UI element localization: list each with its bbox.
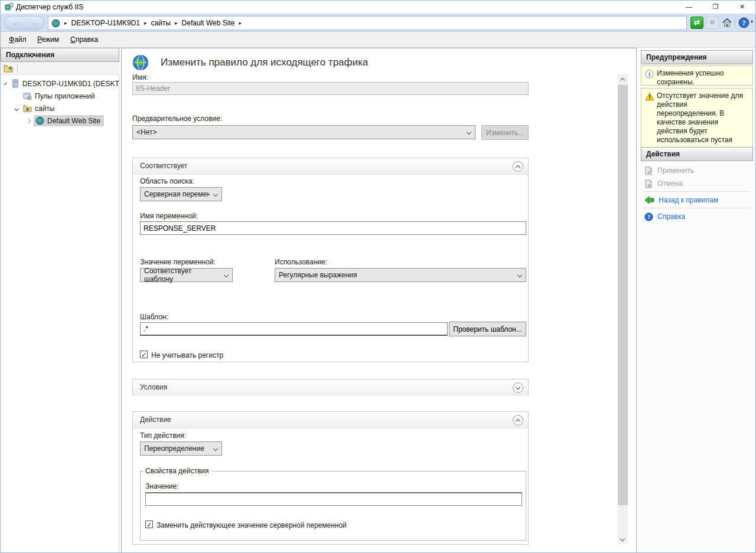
chevron-right-icon[interactable] [26, 118, 31, 123]
app-icon [4, 2, 14, 12]
precondition-value: <Нет> [136, 128, 157, 136]
usage-select[interactable]: Регулярные выражения [275, 268, 526, 282]
menu-help[interactable]: Справка [67, 32, 102, 48]
alert-text: Отсутствует значение для действия переоп… [657, 91, 743, 153]
menu-file[interactable]: Файл [5, 32, 30, 48]
scrollbar[interactable] [618, 74, 628, 544]
site-globe-icon [35, 116, 44, 125]
server-icon [11, 79, 19, 88]
replace-value-label: Заменить действующее значение серверной … [157, 521, 347, 529]
menu-view[interactable]: Режим [34, 32, 63, 48]
collapse-section-button[interactable] [513, 161, 523, 172]
pattern-input[interactable] [140, 322, 448, 336]
forward-icon[interactable]: → [30, 18, 38, 27]
close-button[interactable]: ✕ [729, 1, 755, 14]
precondition-label: Предварительное условие: [132, 114, 222, 123]
minimize-button[interactable]: — [676, 1, 702, 14]
action-back-to-rules[interactable]: Назад к правилам [641, 194, 753, 206]
scroll-up-icon[interactable] [618, 74, 628, 84]
precondition-select[interactable]: <Нет> [132, 125, 475, 139]
connect-folder-icon[interactable] [4, 64, 13, 73]
variable-name-input[interactable] [140, 221, 526, 235]
action-properties-group: Свойства действия Значение: ✓ Заменить д… [140, 467, 526, 541]
variable-value-label: Значение переменной: [140, 258, 216, 266]
action-apply: Применить [641, 165, 753, 176]
menu-bar: Файл Режим Справка [1, 32, 756, 48]
tree-node-label[interactable]: Пулы приложений [35, 92, 95, 100]
action-type-value: Переопределение [144, 444, 204, 453]
divider [643, 191, 750, 192]
action-label: Применить [657, 166, 694, 175]
breadcrumb-server[interactable]: DESKTOP-U1MK9D1 [71, 19, 140, 27]
restore-button[interactable]: ❐ [702, 1, 729, 14]
scope-select[interactable]: Серверная переменн [140, 187, 222, 201]
connections-header: Подключения [1, 48, 119, 62]
test-pattern-button[interactable]: Проверить шаблон... [449, 322, 526, 336]
divider [643, 208, 750, 208]
actions-header: Действия [641, 147, 753, 161]
breadcrumb-separator-icon: ▸ [64, 20, 67, 26]
action-section-header[interactable]: Действие [133, 412, 528, 428]
feature-page: Изменить правило для исходящего трафика … [121, 48, 637, 553]
help-caret-icon[interactable]: ▾ [751, 19, 753, 24]
action-type-label: Тип действия: [140, 431, 186, 440]
tree-node-default-web-site[interactable]: Default Web Site [1, 114, 119, 127]
action-type-select[interactable]: Переопределение [140, 441, 222, 456]
page-globe-icon [132, 54, 149, 71]
chevron-down-icon [517, 273, 522, 277]
help-icon: ? [644, 212, 653, 221]
scrollbar-thumb[interactable] [618, 85, 628, 505]
alert-warning: Отсутствует значение для действия переоп… [641, 88, 753, 151]
title-bar: Диспетчер служб IIS — ❐ ✕ [1, 1, 756, 14]
name-label: Имя: [132, 73, 148, 81]
ignore-case-checkbox[interactable]: ✓ [140, 351, 148, 358]
home-icon[interactable] [721, 17, 734, 29]
apply-icon [644, 166, 653, 175]
chevron-down-icon [516, 385, 520, 390]
iis-manager-window: Диспетчер служб IIS — ❐ ✕ ← → ▸ DESKTOP-… [0, 0, 756, 553]
selected-tree-item[interactable]: Default Web Site [34, 115, 104, 126]
toolbar-separator [735, 17, 735, 28]
cancel-icon [644, 179, 653, 188]
tree-node-label[interactable]: DESKTOP-U1MK9D1 (DESKTOP [22, 80, 119, 88]
usage-value: Регулярные выражения [279, 271, 357, 279]
replace-value-checkbox[interactable]: ✓ [145, 521, 153, 528]
back-icon[interactable]: ← [12, 18, 20, 27]
name-input [132, 82, 529, 95]
help-icon[interactable]: ? [738, 17, 751, 29]
collapse-section-button[interactable] [513, 415, 523, 426]
chevron-down-icon[interactable] [4, 82, 7, 85]
tree-node-app-pools[interactable]: Пулы приложений [1, 90, 119, 102]
chevron-down-icon[interactable] [14, 106, 19, 110]
tree-node-label[interactable]: Default Web Site [47, 117, 100, 125]
info-icon: i [645, 70, 654, 78]
breadcrumb-sites[interactable]: сайты [151, 19, 171, 27]
svg-text:i: i [649, 71, 650, 77]
variable-value-value: Соответствует шаблону [144, 267, 220, 283]
tree-node-label[interactable]: сайты [35, 104, 55, 113]
breadcrumb-separator-icon[interactable]: ▸ [239, 20, 242, 26]
match-section-header[interactable]: Соответствует [133, 158, 528, 175]
breadcrumb-default-web-site[interactable]: Default Web Site [182, 19, 235, 27]
alert-info: i Изменения успешно сохранены. [641, 66, 753, 86]
conditions-section-header[interactable]: Условия [133, 379, 528, 396]
variable-value-select[interactable]: Соответствует шаблону [140, 268, 233, 282]
globe-icon [51, 19, 60, 28]
tree-node-sites[interactable]: сайты [1, 102, 119, 114]
connections-toolbar [1, 62, 119, 75]
toolbar-separator [17, 64, 18, 73]
breadcrumb-separator-icon[interactable]: ▸ [144, 20, 147, 26]
breadcrumb-separator-icon[interactable]: ▸ [175, 20, 178, 26]
tree-node-server[interactable]: DESKTOP-U1MK9D1 (DESKTOP [1, 77, 119, 90]
action-help[interactable]: ? Справка [641, 211, 753, 222]
address-bar[interactable]: ▸ DESKTOP-U1MK9D1 ▸ сайты ▸ Default Web … [48, 16, 687, 30]
match-section: Соответствует Область поиска: Серверная … [132, 158, 529, 362]
chevron-up-icon [516, 165, 520, 170]
expand-section-button[interactable] [513, 382, 523, 393]
warning-icon [645, 92, 654, 101]
connections-panel: Подключения DESKTOP-U1MK9D1 (DESKTOP Пул… [1, 48, 119, 553]
scroll-down-icon[interactable] [618, 534, 628, 544]
value-input[interactable] [145, 492, 522, 506]
alert-text: Изменения успешно сохранены. [657, 69, 724, 86]
refresh-icon[interactable]: ⇄ [690, 17, 703, 29]
